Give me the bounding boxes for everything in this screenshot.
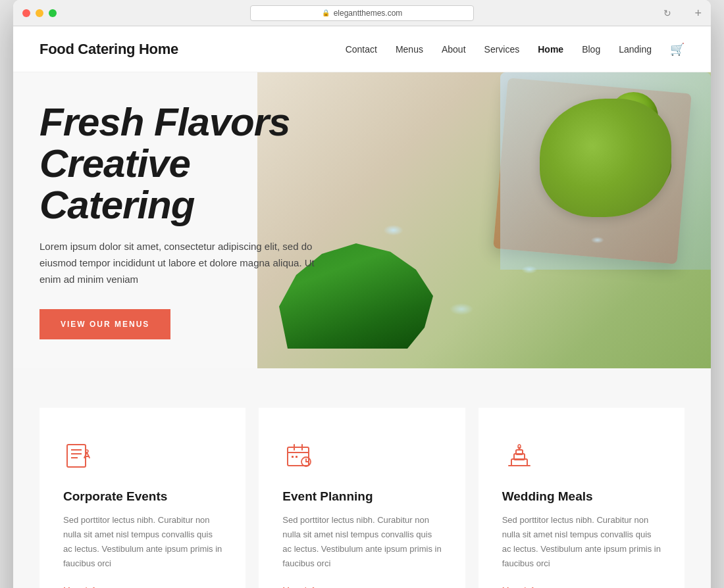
event-planning-desc: Sed porttitor lectus nibh. Curabitur non…: [282, 513, 441, 571]
nav-link-landing[interactable]: Landing: [619, 44, 652, 55]
svg-rect-5: [288, 447, 309, 466]
nav-item-blog[interactable]: Blog: [582, 43, 600, 55]
url-bar[interactable]: 🔒 elegantthemes.com: [250, 5, 474, 21]
hero-text: Fresh Flavors Creative Catering Lorem ip…: [13, 101, 375, 339]
nav-item-home[interactable]: Home: [538, 43, 563, 55]
close-button[interactable]: [22, 9, 30, 17]
svg-rect-13: [296, 456, 297, 458]
url-text: elegantthemes.com: [334, 9, 403, 18]
hero-title-line1: Fresh Flavors: [39, 100, 290, 144]
hero-title-line2: Creative Catering: [39, 141, 194, 227]
titlebar: 🔒 elegantthemes.com ↻ +: [13, 0, 711, 26]
svg-rect-12: [292, 456, 294, 458]
corporate-events-desc: Sed porttitor lectus nibh. Curabitur non…: [63, 513, 222, 571]
traffic-lights: [22, 9, 57, 17]
service-card-planning: Event Planning Sed porttitor lectus nibh…: [259, 408, 465, 588]
wedding-meals-icon: [502, 439, 536, 474]
lime-2: [609, 92, 658, 141]
cart-icon[interactable]: 🛒: [670, 43, 685, 56]
nav-link-menus[interactable]: Menus: [396, 44, 423, 55]
nav-link-contact[interactable]: Contact: [346, 44, 377, 55]
nav-item-landing[interactable]: Landing: [619, 43, 652, 55]
site-content: Food Catering Home Contact Menus About S…: [13, 26, 711, 588]
nav-link-home[interactable]: Home: [538, 44, 563, 55]
nav-item-about[interactable]: About: [442, 43, 466, 55]
hero-title: Fresh Flavors Creative Catering: [39, 101, 349, 226]
lock-icon: 🔒: [322, 9, 330, 16]
lime-3: [619, 138, 671, 191]
services-section: Corporate Events Sed porttitor lectus ni…: [13, 368, 711, 588]
nav-item-contact[interactable]: Contact: [346, 43, 377, 55]
navbar: Food Catering Home Contact Menus About S…: [13, 26, 711, 72]
event-planning-icon: [282, 439, 317, 474]
nav-item-services[interactable]: Services: [484, 43, 520, 55]
nav-link-blog[interactable]: Blog: [582, 44, 600, 55]
services-grid: Corporate Events Sed porttitor lectus ni…: [39, 408, 685, 588]
wedding-meals-title: Wedding Meals: [502, 489, 661, 504]
service-card-wedding: Wedding Meals Sed porttitor lectus nibh.…: [478, 408, 685, 588]
refresh-button[interactable]: ↻: [663, 8, 671, 18]
event-planning-title: Event Planning: [282, 489, 441, 504]
browser-window: 🔒 elegantthemes.com ↻ + Food Catering Ho…: [13, 0, 711, 588]
wedding-meals-desc: Sed porttitor lectus nibh. Curabitur non…: [502, 513, 661, 571]
wedding-meals-more-info[interactable]: More Info: [502, 585, 538, 588]
service-card-corporate: Corporate Events Sed porttitor lectus ni…: [39, 408, 246, 588]
nav-links: Contact Menus About Services Home Blog L…: [346, 42, 685, 57]
svg-rect-0: [67, 445, 86, 467]
nav-cart[interactable]: 🛒: [670, 42, 685, 57]
lime-1: [566, 112, 625, 171]
nav-link-about[interactable]: About: [442, 44, 466, 55]
minimize-button[interactable]: [36, 9, 43, 17]
hero-section: Fresh Flavors Creative Catering Lorem ip…: [13, 72, 711, 368]
new-tab-button[interactable]: +: [694, 7, 702, 19]
corporate-events-title: Corporate Events: [63, 489, 222, 504]
view-menus-button[interactable]: VIEW OUR MENUS: [39, 309, 170, 339]
corporate-events-icon: [63, 439, 97, 474]
nav-link-services[interactable]: Services: [484, 44, 520, 55]
nav-item-menus[interactable]: Menus: [396, 43, 423, 55]
event-planning-more-info[interactable]: More Info: [282, 585, 319, 588]
brand-logo[interactable]: Food Catering Home: [39, 41, 178, 58]
hero-subtitle: Lorem ipsum dolor sit amet, consectetur …: [39, 239, 316, 287]
corporate-events-more-info[interactable]: More Info: [63, 585, 99, 588]
maximize-button[interactable]: [49, 9, 57, 17]
